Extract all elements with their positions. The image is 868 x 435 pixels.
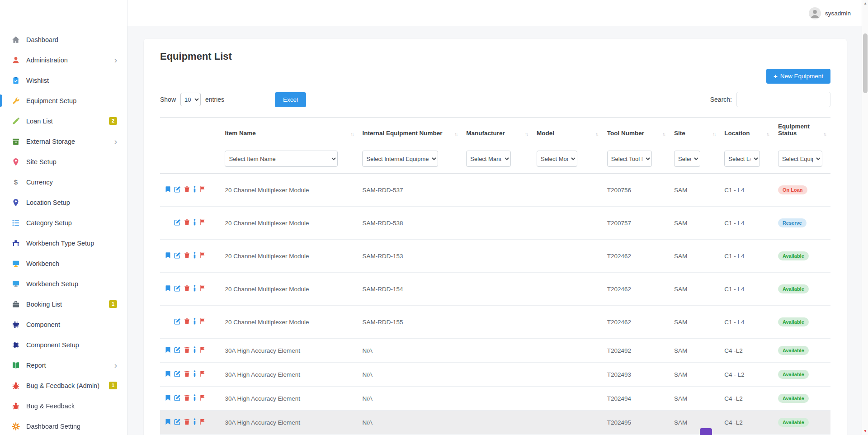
edit-icon[interactable] [174, 370, 181, 377]
delete-icon[interactable] [184, 418, 190, 425]
sidebar-item-dashboard-setting[interactable]: Dashboard Setting [0, 416, 127, 435]
sort-icon[interactable]: ↑↓ [764, 132, 769, 137]
column-header-site[interactable]: Site↑↓ [670, 118, 720, 144]
bookmark-icon[interactable] [165, 370, 171, 377]
info-icon[interactable] [193, 418, 196, 425]
sort-icon[interactable]: ↑↓ [710, 132, 715, 137]
edit-icon[interactable] [174, 219, 181, 226]
sidebar-item-component[interactable]: Component [0, 314, 127, 335]
table-row[interactable]: 20 Channel Multiplexer Module SAM-RDD-15… [160, 273, 830, 306]
sort-icon[interactable]: ↑↓ [821, 132, 826, 137]
scroll-up-icon[interactable]: ▲ [862, 0, 868, 7]
delete-icon[interactable] [184, 346, 190, 353]
delete-icon[interactable] [184, 186, 190, 193]
edit-icon[interactable] [174, 318, 181, 325]
bookmark-icon[interactable] [165, 285, 171, 292]
search-input[interactable] [736, 92, 830, 107]
column-header-tool-number[interactable]: Tool Number↑↓ [603, 118, 670, 144]
filter-select-equipment-status[interactable]: Select Equipment Status [778, 151, 822, 167]
column-header-item-name[interactable]: Item Name↑↓ [220, 118, 358, 144]
sidebar-item-report[interactable]: Report› [0, 355, 127, 375]
column-header-model[interactable]: Model↑↓ [532, 118, 603, 144]
sidebar-item-workbench-setup[interactable]: Workbench Setup [0, 274, 127, 294]
table-row[interactable]: 30A High Accuracy Element N/A T202495 SA… [160, 411, 830, 435]
filter-select-item-name[interactable]: Select Item Name [225, 151, 338, 167]
column-header-internal-equipment-number[interactable]: Internal Equipment Number↑↓ [358, 118, 462, 144]
excel-export-button[interactable]: Excel [275, 92, 306, 107]
filter-select-manufacturer[interactable]: Select Manufacturer [466, 151, 511, 167]
sidebar-item-workbench-type-setup[interactable]: Workbench Type Setup [0, 233, 127, 253]
delete-icon[interactable] [184, 252, 190, 259]
sidebar-item-currency[interactable]: $Currency [0, 172, 127, 192]
edit-icon[interactable] [174, 285, 181, 292]
table-row[interactable]: 20 Channel Multiplexer Module SAM-RDD-15… [160, 306, 830, 339]
filter-select-location[interactable]: Select Location [724, 151, 760, 167]
column-header-location[interactable]: Location↑↓ [720, 118, 774, 144]
sidebar-item-equipment-setup[interactable]: Equipment Setup [0, 90, 127, 111]
sidebar-item-site-setup[interactable]: Site Setup [0, 151, 127, 172]
sort-icon[interactable]: ↑↓ [348, 132, 353, 137]
sidebar-item-location-setup[interactable]: Location Setup [0, 192, 127, 213]
pagination-active-page[interactable] [700, 428, 712, 435]
delete-icon[interactable] [184, 318, 190, 325]
delete-icon[interactable] [184, 219, 190, 226]
sidebar-item-workbench[interactable]: Workbench [0, 253, 127, 274]
info-icon[interactable] [193, 285, 196, 292]
sort-icon[interactable]: ↑↓ [593, 132, 598, 137]
flag-icon[interactable] [199, 252, 206, 259]
sidebar-item-bug-feedback-admin[interactable]: Bug & Feedback (Admin)1 [0, 375, 127, 396]
sidebar-item-component-setup[interactable]: Component Setup [0, 335, 127, 355]
sidebar-item-external-storage[interactable]: External Storage› [0, 131, 127, 151]
sort-icon[interactable]: ↑↓ [660, 132, 665, 137]
bookmark-icon[interactable] [165, 186, 171, 193]
edit-icon[interactable] [174, 418, 181, 425]
info-icon[interactable] [193, 186, 196, 193]
scrollbar-thumb[interactable] [863, 33, 868, 93]
page-size-select[interactable]: 10 [180, 93, 201, 106]
sidebar-item-category-setup[interactable]: Category Setup [0, 213, 127, 233]
bookmark-icon[interactable] [165, 418, 171, 425]
flag-icon[interactable] [199, 346, 206, 353]
edit-icon[interactable] [174, 252, 181, 259]
delete-icon[interactable] [184, 370, 190, 377]
table-row[interactable]: 30A High Accuracy Element N/A T202494 SA… [160, 387, 830, 411]
delete-icon[interactable] [184, 285, 190, 292]
scroll-down-icon[interactable]: ▼ [862, 428, 868, 435]
flag-icon[interactable] [199, 186, 206, 193]
vertical-scrollbar[interactable]: ▲ ▼ [862, 0, 868, 435]
sidebar-item-loan-list[interactable]: Loan List2 [0, 111, 127, 131]
flag-icon[interactable] [199, 394, 206, 401]
column-header-equipment-status[interactable]: Equipment Status↑↓ [774, 118, 830, 144]
flag-icon[interactable] [199, 219, 206, 226]
info-icon[interactable] [193, 346, 196, 353]
edit-icon[interactable] [174, 186, 181, 193]
sort-icon[interactable]: ↑↓ [452, 132, 457, 137]
flag-icon[interactable] [199, 370, 206, 377]
info-icon[interactable] [193, 252, 196, 259]
info-icon[interactable] [193, 318, 196, 325]
bookmark-icon[interactable] [165, 252, 171, 259]
bookmark-icon[interactable] [165, 394, 171, 401]
info-icon[interactable] [193, 370, 196, 377]
table-row[interactable]: 30A High Accuracy Element N/A T202492 SA… [160, 339, 830, 363]
sidebar-item-wishlist[interactable]: Wishlist [0, 70, 127, 90]
edit-icon[interactable] [174, 394, 181, 401]
table-row[interactable]: 20 Channel Multiplexer Module SAM-RDD-53… [160, 207, 830, 240]
new-equipment-button[interactable]: + New Equipment [766, 69, 830, 84]
column-header-manufacturer[interactable]: Manufacturer↑↓ [462, 118, 532, 144]
edit-icon[interactable] [174, 346, 181, 353]
filter-select-model[interactable]: Select Model [537, 151, 577, 167]
sidebar-item-administration[interactable]: Administration› [0, 50, 127, 70]
bookmark-icon[interactable] [165, 346, 171, 353]
info-icon[interactable] [193, 394, 196, 401]
delete-icon[interactable] [184, 394, 190, 401]
table-row[interactable]: 20 Channel Multiplexer Module SAM-RDD-15… [160, 240, 830, 273]
flag-icon[interactable] [199, 285, 206, 292]
filter-select-internal-equipment[interactable]: Select Internal Equipment [362, 151, 438, 167]
filter-select-tool-number[interactable]: Select Tool Number [607, 151, 652, 167]
flag-icon[interactable] [199, 318, 206, 325]
sidebar-item-dashboard[interactable]: Dashboard [0, 29, 127, 50]
user-menu[interactable]: sysadmin [809, 0, 851, 26]
filter-select-site[interactable]: Select Site [674, 151, 700, 167]
table-row[interactable]: 20 Channel Multiplexer Module SAM-RDD-53… [160, 174, 830, 207]
